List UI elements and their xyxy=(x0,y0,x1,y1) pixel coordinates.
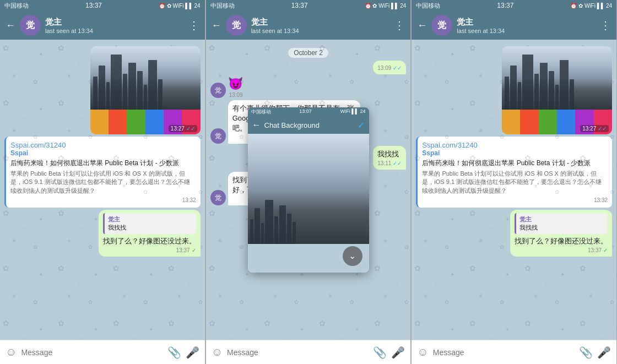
link-url-left[interactable]: Sspai.com/31240 xyxy=(10,141,66,149)
back-button-left[interactable]: ← xyxy=(6,20,15,31)
carrier-middle: 中国移动 xyxy=(210,2,235,10)
chat-area-middle: October 2 13:09 ✓✓ 觉 😈 13:09 xyxy=(206,40,411,340)
chat-area-left: 13:27 ✓✓ Sspai.com/31240 Sspai 后悔药来啦！如何彻… xyxy=(0,40,205,340)
time-2: 13:11 xyxy=(377,160,391,166)
msg-text-left: 找到了么？好像图还没过来。 xyxy=(103,236,196,246)
emoji-button-right[interactable]: ☺ xyxy=(417,346,428,358)
check-2: ✓✓ xyxy=(393,160,402,166)
header-info-middle: 觉主 last seen at 13:34 xyxy=(251,17,390,34)
last-seen-left: last seen at 13:34 xyxy=(45,28,184,34)
contact-name-left: 觉主 xyxy=(45,17,184,28)
contact-name-right: 觉主 xyxy=(457,17,596,28)
carrier-left: 中国移动 xyxy=(4,2,29,10)
phone-panel-left: 中国移动 13:37 ⏰ ✿ WiFi ▌▌24 ← 觉 觉主 last see… xyxy=(0,0,205,364)
scroll-down-button[interactable]: ⌄ xyxy=(343,246,362,266)
menu-icon-middle[interactable]: ⋮ xyxy=(394,19,405,32)
city-image-right xyxy=(502,46,612,110)
link-title-right: 后悔药来啦！如何彻底退出苹果 Public Beta 计划 - 少数派 xyxy=(422,159,608,168)
attach-button-middle[interactable]: 📎 xyxy=(373,346,387,359)
avatar-right: 觉 xyxy=(431,15,452,36)
back-button-middle[interactable]: ← xyxy=(212,20,221,31)
quote-text-left: 我找找 xyxy=(108,224,193,232)
bottom-bar-middle: ☺ 📎 🎤 xyxy=(206,340,411,364)
link-source-left: Sspai xyxy=(10,149,196,157)
bubble-out-2: 我找找 13:11 ✓✓ xyxy=(373,146,406,170)
mic-button-right[interactable]: 🎤 xyxy=(597,346,611,359)
bubble-out-1: 13:09 ✓✓ xyxy=(373,61,406,74)
city-image-left xyxy=(90,46,201,110)
inner-phone-screen: 中国移动 13:07 WiFi ▌▌ 24 ← Chat Background … xyxy=(248,107,369,273)
buildings-right xyxy=(502,55,612,110)
link-card-left[interactable]: Sspai.com/31240 Sspai 后悔药来啦！如何彻底退出苹果 Pub… xyxy=(4,137,201,208)
battery-middle: ⏰ ✿ WiFi ▌▌24 xyxy=(365,3,407,9)
status-bar-left: 中国移动 13:37 ⏰ ✿ WiFi ▌▌24 xyxy=(0,0,205,11)
check-icon-right: ✓ xyxy=(603,247,608,253)
emoji-time: 13:09 xyxy=(229,92,243,98)
status-bar-middle: 中国移动 13:37 ⏰ ✿ WiFi ▌▌24 xyxy=(206,0,411,11)
inner-check-icon[interactable]: ✓ xyxy=(358,120,365,131)
image-time-right: 13:27 ✓✓ xyxy=(580,125,609,132)
out-text-2: 我找找 xyxy=(377,150,399,158)
emoji-button-left[interactable]: ☺ xyxy=(6,346,17,358)
link-desc-right: 苹果的 Public Beta 计划可以让你试用 iOS 和 OS X 的测试版… xyxy=(422,170,608,195)
msg-meta-right: 13:37 ✓ xyxy=(515,247,608,253)
outgoing-quote-left: 觉主 我找找 找到了么？好像图还没过来。 13:37 ✓ xyxy=(4,210,201,257)
small-avatar-emoji: 觉 xyxy=(210,83,226,98)
date-label-middle: October 2 xyxy=(210,47,407,57)
mic-button-left[interactable]: 🎤 xyxy=(186,346,199,359)
city-wallpaper-right: 13:27 ✓✓ xyxy=(502,46,612,134)
check-icon-left: ✓ xyxy=(192,247,196,253)
emoji-bubble: 😈 13:09 xyxy=(228,77,243,98)
status-bar-right: 中国移动 13:37 ⏰ ✿ WiFi ▌▌24 xyxy=(412,0,616,11)
avatar-middle: 觉 xyxy=(226,15,247,36)
chat-header-left: ← 觉 觉主 last seen at 13:34 ⋮ xyxy=(0,11,205,40)
chat-area-right: 13:27 ✓✓ Sspai.com/31240 Sspai 后悔药来啦！如何彻… xyxy=(412,40,616,340)
time-middle: 13:37 xyxy=(291,2,308,9)
quote-bubble-left: 觉主 我找找 找到了么？好像图还没过来。 13:37 ✓ xyxy=(99,210,201,257)
city-wallpaper-left: 13:27 ✓✓ xyxy=(90,46,201,134)
quote-author-left: 觉主 xyxy=(108,215,193,224)
quote-inner-left: 觉主 我找找 xyxy=(103,213,196,234)
image-message-left: 13:27 ✓✓ xyxy=(4,46,201,134)
link-meta-left: 13:32 xyxy=(10,197,196,203)
check-1: ✓✓ xyxy=(393,65,402,71)
phone-panel-middle: 中国移动 13:37 ⏰ ✿ WiFi ▌▌24 ← 觉 觉主 last see… xyxy=(206,0,412,364)
mic-button-middle[interactable]: 🎤 xyxy=(391,346,405,359)
message-input-middle[interactable] xyxy=(227,348,369,357)
header-info-right: 觉主 last seen at 13:34 xyxy=(457,17,596,34)
msg-time-right: 13:37 xyxy=(588,247,602,253)
message-input-left[interactable] xyxy=(21,348,163,357)
link-title-left: 后悔药来啦！如何彻底退出苹果 Public Beta 计划 - 少数派 xyxy=(10,159,196,168)
back-button-right[interactable]: ← xyxy=(417,20,427,31)
quote-inner-right: 觉主 我找找 xyxy=(515,213,608,234)
menu-icon-left[interactable]: ⋮ xyxy=(188,19,199,32)
meta-1: 13:09 ✓✓ xyxy=(377,65,402,71)
time-right: 13:37 xyxy=(497,2,513,9)
attach-button-right[interactable]: 📎 xyxy=(579,346,593,359)
link-meta-right: 13:32 xyxy=(422,197,608,203)
time-left: 13:37 xyxy=(85,2,102,9)
bottom-bar-right: ☺ 📎 🎤 xyxy=(412,340,616,364)
time-1: 13:09 xyxy=(377,65,391,71)
msg-in-emoji: 觉 😈 13:09 xyxy=(210,77,407,98)
bottom-bar-left: ☺ 📎 🎤 xyxy=(0,340,205,364)
inner-status: 中国移动 13:07 WiFi ▌▌ 24 xyxy=(248,107,369,117)
emoji-meta: 13:09 xyxy=(228,92,243,98)
attach-button-left[interactable]: 📎 xyxy=(167,346,181,359)
small-avatar-1: 觉 xyxy=(210,128,226,144)
link-url-right[interactable]: Sspai.com/31240 xyxy=(422,141,477,149)
inner-buildings xyxy=(248,200,369,244)
quote-bubble-right: 觉主 我找找 找到了么？好像图还没过来。 13:37 ✓ xyxy=(510,210,612,257)
chat-header-right: ← 觉 觉主 last seen at 13:34 ⋮ xyxy=(412,11,616,40)
message-input-right[interactable] xyxy=(433,348,575,357)
header-info-left: 觉主 last seen at 13:34 xyxy=(45,17,184,34)
chat-header-middle: ← 觉 觉主 last seen at 13:34 ⋮ xyxy=(206,11,411,40)
emoji-button-middle[interactable]: ☺ xyxy=(212,346,223,358)
image-time-left: 13:27 ✓✓ xyxy=(169,125,197,132)
meta-2: 13:11 ✓✓ xyxy=(377,160,402,166)
link-card-right[interactable]: Sspai.com/31240 Sspai 后悔药来啦！如何彻底退出苹果 Pub… xyxy=(416,137,612,208)
menu-icon-right[interactable]: ⋮ xyxy=(600,19,611,32)
inner-city-image xyxy=(248,134,369,244)
inner-back-button[interactable]: ← xyxy=(252,120,261,130)
inner-header: ← Chat Background ✓ xyxy=(248,117,369,134)
